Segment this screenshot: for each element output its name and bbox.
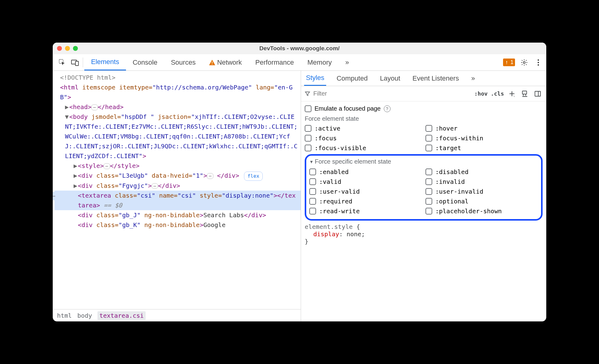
styles-body: Emulate a focused page ? Force element s… [301, 101, 546, 321]
dom-doctype[interactable]: <!DOCTYPE html> [55, 73, 301, 82]
dom-div-fgvgjc[interactable]: ▶<div class="Fgvgjc">⋯</div> [55, 181, 301, 191]
force-specific-state-heading[interactable]: ▼ Force specific element state [309, 157, 538, 167]
svg-point-10 [538, 62, 539, 63]
chevron-down-icon: ▼ [309, 159, 314, 164]
settings-icon[interactable] [519, 58, 529, 67]
tab-console[interactable]: Console [126, 54, 164, 70]
element-style-block[interactable]: element.style { display: none; } [305, 223, 543, 245]
main-tab-bar: Elements Console Sources Network Perform… [53, 54, 546, 71]
svg-rect-12 [522, 91, 527, 94]
rtab-event-listeners[interactable]: Event Listeners [411, 71, 461, 86]
warning-icon [209, 60, 215, 65]
titlebar: DevTools - www.google.com/ [53, 43, 546, 54]
svg-rect-2 [75, 61, 78, 66]
dom-head[interactable]: ▶<head>⋯</head> [55, 102, 301, 112]
new-style-rule-icon[interactable] [507, 89, 517, 99]
issues-badge[interactable]: 1 [503, 59, 515, 66]
force-specific-grid: :enabled :disabled :valid :invalid :user… [309, 167, 538, 216]
state-user-invalid[interactable]: :user-invalid [425, 187, 538, 196]
dom-style[interactable]: ▶<style>⋯</style> [55, 161, 301, 171]
dom-div-gbj[interactable]: <div class="gb_J" ng-non-bindable>Search… [55, 210, 301, 220]
toggle-sidebar-icon[interactable] [533, 89, 543, 99]
breadcrumb-item[interactable]: textarea.csi [97, 311, 146, 320]
dom-body-open[interactable]: ▼<body jsmodel="hspDDf " jsaction="xjhTI… [55, 112, 301, 161]
svg-point-8 [523, 61, 525, 63]
devtools-window: DevTools - www.google.com/ Elements Cons… [53, 43, 546, 321]
filter-icon [305, 91, 310, 97]
state-active[interactable]: :active [305, 123, 422, 133]
tab-network-label: Network [217, 59, 242, 66]
state-focus-visible[interactable]: :focus-visible [305, 143, 422, 153]
content-area: <!DOCTYPE html> <html itemscope itemtype… [53, 71, 546, 321]
emulate-focused-checkbox[interactable] [305, 105, 311, 112]
tab-elements[interactable]: Elements [84, 54, 126, 70]
state-focus[interactable]: :focus [305, 133, 422, 143]
state-target[interactable]: :target [425, 143, 543, 153]
rtab-computed[interactable]: Computed [335, 71, 370, 86]
hov-toggle[interactable]: :hov [474, 90, 487, 97]
tab-more[interactable]: » [338, 54, 356, 70]
right-tab-bar: Styles Computed Layout Event Listeners » [301, 71, 546, 86]
rtab-styles[interactable]: Styles [304, 71, 326, 86]
styles-filter-row: :hov .cls [301, 86, 546, 101]
force-element-state-heading: Force element state [305, 113, 543, 123]
tab-sources[interactable]: Sources [164, 54, 202, 70]
state-user-valid[interactable]: :user-valid [309, 187, 422, 196]
emulate-focused-label: Emulate a focused page [315, 105, 381, 112]
toggle-device-icon[interactable] [69, 56, 82, 69]
state-optional[interactable]: :optional [425, 196, 538, 206]
elements-panel: <!DOCTYPE html> <html itemscope itemtype… [53, 71, 301, 321]
state-hover[interactable]: :hover [425, 123, 543, 133]
window-title: DevTools - www.google.com/ [53, 45, 546, 52]
styles-filter-input[interactable] [313, 90, 471, 97]
svg-rect-13 [535, 91, 540, 96]
svg-rect-3 [212, 62, 212, 63]
state-disabled[interactable]: :disabled [425, 167, 538, 177]
state-invalid[interactable]: :invalid [425, 177, 538, 187]
breadcrumb: html body textarea.csi [53, 309, 301, 321]
svg-point-11 [538, 64, 539, 66]
force-specific-state-box: ▼ Force specific element state :enabled … [305, 154, 543, 221]
toolbar-right: 1 [503, 58, 543, 67]
tab-network[interactable]: Network [202, 54, 249, 70]
emulate-focused-page-row[interactable]: Emulate a focused page ? [305, 104, 543, 113]
flex-badge[interactable]: flex [244, 172, 263, 181]
state-valid[interactable]: :valid [309, 177, 422, 187]
kebab-menu-icon[interactable] [533, 58, 543, 67]
inspect-element-icon[interactable] [56, 56, 69, 69]
copy-styles-icon[interactable] [520, 89, 530, 99]
issues-count: 1 [510, 59, 513, 66]
rtab-more[interactable]: » [469, 71, 477, 86]
tab-performance[interactable]: Performance [249, 54, 301, 70]
dom-tree[interactable]: <!DOCTYPE html> <html itemscope itemtype… [53, 71, 301, 309]
state-read-write[interactable]: :read-write [309, 206, 422, 216]
svg-rect-4 [212, 64, 212, 65]
divider [83, 58, 83, 67]
help-icon[interactable]: ? [384, 105, 391, 112]
state-focus-within[interactable]: :focus-within [425, 133, 543, 143]
svg-rect-7 [506, 63, 507, 64]
breadcrumb-item[interactable]: html [57, 312, 72, 319]
dom-div-l3eugb[interactable]: ▶<div class="L3eUgb" data-hveid="1">⋯ </… [55, 171, 301, 181]
rtab-layout[interactable]: Layout [378, 71, 402, 86]
dom-textarea-selected[interactable]: <textarea class="csi" name="csi" style="… [55, 191, 301, 210]
state-placeholder-shown[interactable]: :placeholder-shown [425, 206, 538, 216]
svg-rect-6 [506, 61, 507, 63]
styles-panel: Styles Computed Layout Event Listeners »… [301, 71, 546, 321]
force-state-grid: :active :hover :focus :focus-within :foc… [305, 123, 543, 153]
dom-html-open[interactable]: <html itemscope itemtype="http://schema.… [55, 82, 301, 102]
svg-point-9 [538, 59, 539, 61]
cls-toggle[interactable]: .cls [491, 90, 504, 97]
state-required[interactable]: :required [309, 196, 422, 206]
state-enabled[interactable]: :enabled [309, 167, 422, 177]
dom-div-gbk[interactable]: <div class="gb_K" ng-non-bindable>Google [55, 220, 301, 230]
tab-memory[interactable]: Memory [301, 54, 338, 70]
breadcrumb-item[interactable]: body [77, 312, 92, 319]
